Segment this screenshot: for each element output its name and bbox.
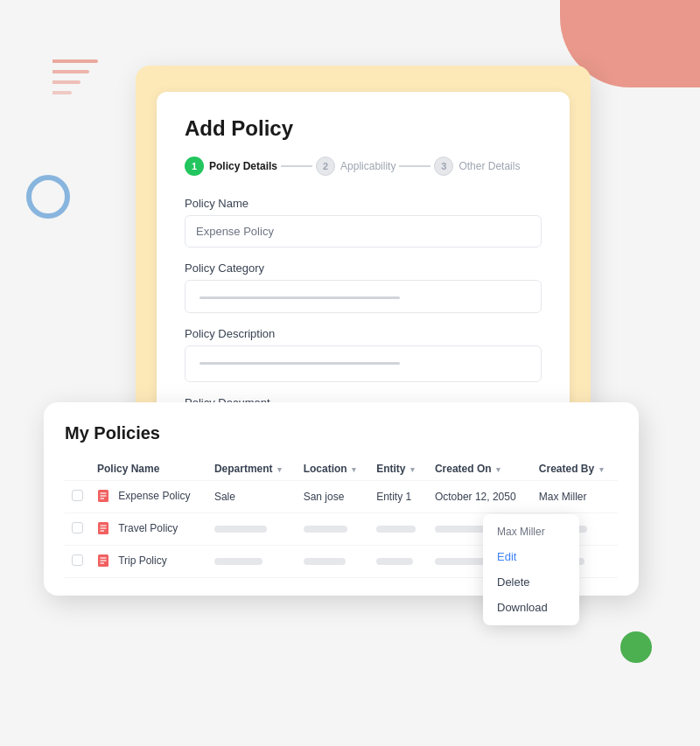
created-by-sort-icon: ▾: [599, 465, 604, 474]
row3-entity: [369, 546, 428, 578]
policy-description-input[interactable]: [185, 345, 542, 382]
context-menu-edit[interactable]: Edit: [483, 544, 579, 569]
step-2[interactable]: 2 Applicability: [316, 157, 396, 176]
policy-category-line: [200, 296, 400, 299]
policy-category-input[interactable]: [185, 280, 542, 313]
form-title: Add Policy: [185, 116, 542, 141]
context-menu-user: Max Miller: [483, 519, 579, 544]
row3-checkbox[interactable]: [72, 554, 83, 566]
th-entity[interactable]: Entity ▾: [369, 457, 428, 481]
row1-policy-name: Expense Policy: [90, 481, 207, 513]
entity-sort-icon: ▾: [410, 465, 415, 474]
deco-circle-bottom-right: [620, 631, 652, 663]
row2-policy-name: Travel Policy: [90, 513, 207, 546]
page-wrapper: Add Policy 1 Policy Details 2 Applicabil…: [0, 0, 700, 746]
created-on-sort-icon: ▾: [496, 465, 500, 474]
context-menu: Max Miller Edit Delete Download: [483, 514, 579, 625]
policy-description-line: [200, 362, 400, 365]
th-policy-name: Policy Name: [90, 457, 207, 481]
row1-department: Sale: [207, 481, 297, 513]
step-2-circle: 2: [316, 157, 335, 176]
step-connector-1: [281, 165, 312, 167]
stepper: 1 Policy Details 2 Applicability 3 Ot: [185, 157, 542, 176]
row1-location: San jose: [297, 481, 370, 513]
row2-checkbox-cell: [65, 513, 90, 546]
step-1[interactable]: 1 Policy Details: [185, 157, 277, 176]
row2-location: [297, 513, 370, 546]
table-header-row: Policy Name Department ▾ Location ▾ Enti…: [65, 457, 618, 481]
policy-description-label: Policy Description: [185, 327, 542, 340]
row1-checkbox-cell: [65, 481, 90, 513]
row1-created-by: Max Miller: [532, 481, 618, 513]
th-created-on[interactable]: Created On ▾: [428, 457, 532, 481]
step-3-circle: 3: [434, 157, 453, 176]
row3-checkbox-cell: [65, 546, 90, 578]
row2-checkbox[interactable]: [72, 522, 83, 533]
row2-policy-icon: [97, 521, 111, 537]
context-menu-delete[interactable]: Delete: [483, 569, 579, 595]
step-1-circle: 1: [185, 157, 204, 176]
deco-circle-left: [26, 175, 70, 219]
row3-location: [297, 546, 370, 578]
my-policies-card: My Policies Policy Name Department ▾ Loc…: [44, 402, 639, 596]
policy-name-input[interactable]: [185, 215, 542, 248]
policy-category-group: Policy Category: [185, 261, 542, 313]
step-1-label: Policy Details: [209, 160, 277, 172]
row1-created-on: October 12, 2050: [428, 481, 532, 513]
row1-policy-icon: [97, 489, 111, 505]
step-3[interactable]: 3 Other Details: [434, 157, 520, 176]
row1-checkbox[interactable]: [72, 490, 83, 501]
step-2-label: Applicability: [340, 160, 396, 172]
table-row: Expense Policy Sale San jose Entity 1 Oc…: [65, 481, 618, 513]
location-sort-icon: ▾: [352, 465, 356, 474]
policy-description-group: Policy Description: [185, 327, 542, 382]
context-menu-download[interactable]: Download: [483, 595, 579, 620]
step-3-label: Other Details: [458, 160, 520, 172]
row3-policy-name: Trip Policy: [90, 546, 207, 578]
th-location[interactable]: Location ▾: [297, 457, 370, 481]
th-department[interactable]: Department ▾: [207, 457, 297, 481]
policy-category-label: Policy Category: [185, 261, 542, 275]
policy-name-label: Policy Name: [185, 197, 542, 210]
row2-entity: [369, 513, 428, 546]
th-created-by[interactable]: Created By ▾: [532, 457, 618, 481]
th-checkbox: [65, 457, 90, 481]
department-sort-icon: ▾: [277, 465, 282, 474]
row3-department: [207, 546, 297, 578]
policy-name-group: Policy Name: [185, 197, 542, 248]
row2-department: [207, 513, 297, 546]
policies-title: My Policies: [65, 423, 618, 443]
row3-policy-icon: [97, 554, 111, 569]
row1-entity: Entity 1: [369, 481, 428, 513]
step-connector-2: [399, 165, 430, 167]
deco-lines: [52, 52, 105, 122]
